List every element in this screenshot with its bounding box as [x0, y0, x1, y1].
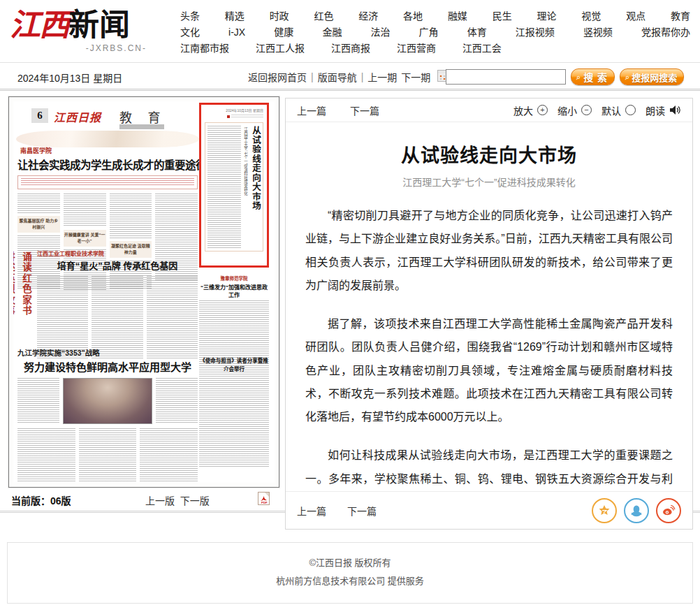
nav-item-opinion[interactable]: 观点: [626, 8, 646, 24]
article-paragraph: 如何让科技成果从试验线走向大市场，是江西理工大学的重要课题之一。多年来，学校聚焦…: [305, 444, 673, 491]
nav-item-sports[interactable]: 体育: [467, 24, 487, 41]
search-icon: ⌕: [576, 73, 581, 82]
next-article-link[interactable]: 下一篇: [350, 103, 379, 117]
nav-item-party-help[interactable]: 党报帮你办: [641, 24, 690, 41]
text-lines-placeholder: [110, 194, 152, 238]
search-input[interactable]: [446, 69, 566, 85]
nav-item-red[interactable]: 红色: [314, 8, 333, 24]
article-spark-brand[interactable]: 江西工业工程职业技术学院 培育“星火”品牌 传承红色基因: [37, 249, 198, 358]
search-area: ⌕搜 索 ⌕搜报网搜索: [446, 68, 684, 85]
text-lines-placeholder: [231, 115, 263, 118]
masthead: 江西日报: [54, 108, 101, 125]
nav-item-health[interactable]: 健康: [274, 24, 293, 41]
zoom-in-icon[interactable]: +: [537, 105, 548, 115]
next-page-link[interactable]: 下一版: [180, 495, 210, 506]
nav-item-law[interactable]: 法治: [371, 24, 391, 41]
nav-item-jb-video[interactable]: 江报视频: [516, 24, 555, 41]
article-headline: 《使命与担当》读者分享暨推介会举行: [199, 357, 269, 374]
nav-item-regions[interactable]: 各地: [403, 8, 423, 24]
site-logo[interactable]: 江西新闻 -JXRBS.CN-: [10, 6, 170, 53]
zoom-out-icon[interactable]: −: [581, 105, 592, 115]
speaker-icon[interactable]: [669, 105, 681, 115]
highlighted-article-region[interactable]: 2024年10月13日 星期日 江西理工大学“七个一”促进科技成果转化 从试验线…: [199, 103, 269, 268]
prev-article-link-bottom[interactable]: 上一篇: [297, 504, 326, 518]
nav-item-livelihood[interactable]: 民生: [493, 8, 512, 24]
article-body: “精密切削刀具避开了与地方企业的同质化竞争，让公司迅速打入钨产业链，与上下游企业…: [305, 204, 673, 491]
separator: |: [361, 71, 364, 82]
next-issue-link[interactable]: 下一期: [401, 70, 430, 84]
nav-item-headlines[interactable]: 头条: [180, 8, 200, 24]
page-number: 6: [31, 108, 48, 123]
nav-item-union[interactable]: 江西工会: [462, 41, 502, 57]
nav-item-culture[interactable]: 文化: [180, 24, 200, 41]
article-jiujiang[interactable]: 九江学院实施“3353”战略 努力建设特色鲜明高水平应用型大学: [17, 347, 198, 483]
nav-item-ijx[interactable]: i-JX: [228, 24, 245, 41]
article-org: 南昌医学院: [20, 146, 198, 155]
nav-item-featured[interactable]: 精选: [225, 8, 245, 24]
qzone-share-icon[interactable]: [592, 498, 617, 523]
reset-size-icon[interactable]: [625, 105, 636, 115]
text-lines-placeholder: [140, 428, 198, 483]
nav-item-media[interactable]: 融媒: [448, 8, 467, 24]
newspaper-page-panel[interactable]: 6 江西日报 教 育 南昌医学院 让社会实践成为学生成长成才的重要途径 聚焦基层…: [8, 96, 279, 488]
article-mission-duty[interactable]: 《使命与担当》读者分享暨推介会举行: [199, 357, 269, 468]
next-article-link-bottom[interactable]: 下一篇: [347, 504, 377, 518]
nav-item-business-daily[interactable]: 江西商报: [331, 41, 370, 57]
article-org: 豫章师范学院: [199, 275, 269, 282]
page-links: 上一版 下一版: [145, 493, 210, 507]
newspaper-page-6[interactable]: 6 江西日报 教 育 南昌医学院 让社会实践成为学生成长成才的重要途径 聚焦基层…: [13, 101, 275, 483]
site-footer: ©江西日报 版权所有 杭州前方信息技术有限公司 提供服务: [7, 542, 693, 604]
nav-item-theory[interactable]: 理论: [537, 8, 557, 24]
nav-item-jiangnan-metro[interactable]: 江南都市报: [180, 41, 229, 57]
text-size-controls: 放大+ 缩小− 默认 朗读: [513, 103, 681, 117]
main-content: 6 江西日报 教 育 南昌医学院 让社会实践成为学生成长成才的重要途径 聚焦基层…: [0, 91, 700, 513]
article-photo: [63, 378, 152, 424]
pdf-icon[interactable]: PDF: [258, 492, 270, 507]
article-headline: 让社会实践成为学生成长成才的重要途径: [17, 156, 198, 172]
vertical-rail-headline[interactable]: 诵读红色家书 讲述英烈故事: [17, 252, 34, 362]
nav-item-politics[interactable]: 时政: [270, 8, 289, 24]
issue-date: 2024年10月13日 星期日: [17, 71, 122, 85]
highlighted-article[interactable]: 江西理工大学“七个一”促进科技成果转化 从试验线走向大市场: [205, 122, 263, 252]
text-lines-placeholder: [79, 428, 137, 483]
reader-footer-bar: 上一篇 下一篇: [286, 491, 692, 529]
article-content[interactable]: 从试验线走向大市场 江西理工大学“七个一”促进科技成果转化 “精密切削刀具避开了…: [286, 122, 692, 491]
search-button[interactable]: ⌕搜 索: [571, 68, 615, 85]
search-icon: ⌕: [625, 73, 629, 82]
prev-page-link[interactable]: 上一版: [145, 495, 175, 506]
prev-issue-link[interactable]: 上一期: [367, 70, 397, 84]
zoom-out-label: 缩小: [557, 103, 577, 117]
share-buttons: [592, 498, 681, 523]
nav-item-vertical-video[interactable]: 竖视频: [583, 24, 613, 41]
current-page-value: 06版: [50, 495, 71, 506]
text-lines-placeholder: [37, 276, 88, 358]
nav-row-3: 江南都市报 江西工人报 江西商报 江西营商 江西工会: [180, 41, 502, 57]
nav-item-workers-daily[interactable]: 江西工人报: [256, 41, 305, 57]
article-kicker: 九江学院实施“3353”战略: [17, 347, 198, 358]
nav-item-visual[interactable]: 视觉: [581, 8, 601, 24]
nav-item-finance[interactable]: 金融: [322, 24, 342, 41]
decorative-wave: [16, 131, 199, 147]
text-lines-placeholder: [21, 178, 194, 187]
article-vertical-title: 从试验线走向大市场: [250, 126, 261, 248]
text-lines-placeholder: [207, 126, 241, 248]
section-underline: [119, 124, 164, 129]
current-page-label: 当前版：06版: [11, 493, 71, 507]
nav-row-2: 文化 i-JX 健康 金融 法治 广角 体育 江报视频 竖视频 党报帮你办: [180, 24, 690, 41]
layout-nav-link[interactable]: 版面导航: [318, 70, 357, 84]
qq-share-icon[interactable]: [624, 498, 649, 523]
nav-item-wideangle[interactable]: 广角: [419, 24, 439, 41]
reader-toolbar: 上一篇 下一篇 放大+ 缩小− 默认 朗读: [286, 99, 692, 122]
page-navigation-bar: 当前版：06版 上一版 下一版 PDF: [8, 492, 279, 509]
text-lines-placeholder: [17, 428, 75, 483]
rail-line-2: 讲述英烈故事: [13, 252, 17, 355]
weibo-share-icon[interactable]: [656, 498, 681, 523]
back-home-link[interactable]: 返回报网首页: [248, 70, 307, 84]
nav-item-yingshang[interactable]: 江西营商: [397, 41, 436, 57]
svg-text:PDF: PDF: [261, 501, 268, 504]
nav-item-education[interactable]: 教育: [671, 8, 690, 24]
site-header: 江西新闻 -JXRBS.CN- 头条 精选 时政 红色 经济 各地 融媒 民生 …: [0, 0, 700, 63]
prev-article-link[interactable]: 上一篇: [297, 103, 326, 117]
site-search-button[interactable]: ⌕搜报网搜索: [620, 68, 684, 85]
nav-item-economy[interactable]: 经济: [358, 8, 378, 24]
